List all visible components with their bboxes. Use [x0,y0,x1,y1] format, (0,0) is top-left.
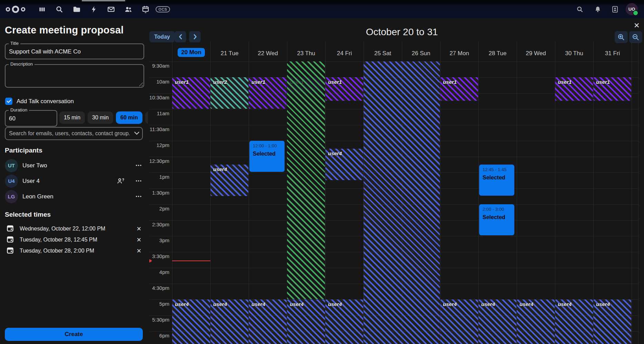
availability-block-user4: user4 [440,299,478,344]
availability-block-user1: user1 [555,77,593,101]
app-contacts-icon[interactable] [124,4,133,14]
availability-label: user4 [478,299,516,309]
participant-menu-button[interactable]: ••• [134,163,143,169]
remove-time-button[interactable]: ✕ [135,236,143,244]
app-calendar-icon[interactable] [141,4,150,14]
availability-block-user4: user4 [555,299,593,344]
status-online-badge [633,10,638,16]
app-files-icon[interactable] [72,4,81,14]
now-line [172,261,210,261]
duration-option-60min[interactable]: 60 min [116,111,142,124]
day-header-label: 21 Tue [221,50,239,57]
time-label: 12pm [148,142,169,148]
availability-label: user4 [593,299,631,309]
availability-block-user4: user4 [210,299,248,344]
nextcloud-logo-icon [5,5,26,14]
description-field: Description [5,64,144,88]
time-label: 9:30am [148,63,169,69]
title-field: Title [5,43,144,59]
availability-block-user4: user4 [325,299,363,344]
day-header-label: 23 Thu [297,50,315,57]
topbar: OCS UO [0,0,644,18]
availability-label: user4 [517,299,555,309]
calendar-icon [7,225,13,233]
selected-times-heading: Selected times [5,211,51,218]
selected-time-label: Wednesday, October 22, 12:00 PM [20,226,128,232]
app-search-icon[interactable] [55,4,64,14]
calendar-icon [7,247,13,255]
participant-menu-button[interactable]: ••• [134,194,143,200]
pending-attendee-icon: ? [117,178,124,184]
time-label: 3:30pm [148,253,169,259]
day-header-label: 25 Sat [374,50,391,57]
selected-slot[interactable]: 2:00 - 3:00Selected [479,204,514,235]
calendar-grid[interactable]: 20 Mon21 Tue22 Wed23 Thu24 Fri25 Sat26 S… [148,18,644,344]
duration-option-30min[interactable]: 30 min [88,111,113,124]
availability-label: user4 [325,149,363,158]
selected-time-label: Tuesday, October 28, 12:45 PM [20,237,128,243]
nextcloud-logo[interactable] [4,4,27,14]
app-ocs-icon[interactable]: OCS [156,4,170,14]
day-header-25-Sat: 25 Sat [364,41,402,61]
chevron-down-icon[interactable] [134,131,139,135]
talk-conversation-row: Add Talk conversation [5,98,74,105]
day-header-28-Tue: 28 Tue [478,41,517,61]
selected-slot[interactable]: 12:00 - 1:00Selected [249,141,285,172]
notifications-bell-icon[interactable] [593,4,602,14]
day-header-label: 31 Fri [605,50,620,57]
availability-label: user1 [249,77,287,87]
participant-name: Leon Green [22,193,130,200]
selected-slot-time: 12:00 - 1:00 [253,143,281,148]
time-label: 10:30am [148,95,169,100]
selected-slot[interactable]: 12:45 - 1:45Selected [479,165,514,196]
day-header-label: 29 Wed [526,50,546,57]
app-dashboard-icon[interactable] [38,4,47,14]
participant-name: User 4 [22,178,113,185]
app-mail-icon[interactable] [107,4,116,14]
availability-block-user4: user4 [172,299,210,344]
talk-checkbox[interactable] [5,98,12,105]
availability-label: user4 [325,299,363,309]
participant-search [5,127,143,140]
availability-label: user1 [172,77,210,87]
day-header-23-Thu: 23 Thu [287,41,325,61]
description-input[interactable] [6,65,143,87]
meeting-proposal-panel: Create meeting proposal Title Descriptio… [0,18,148,344]
app-activity-icon[interactable] [89,4,98,14]
time-label: 11:30am [148,126,169,132]
availability-block-user4: user4 [325,149,363,180]
time-label: 4pm [148,269,169,275]
availability-label: user4 [440,299,478,309]
availability-label: user4 [172,299,210,309]
svg-text:?: ? [122,178,124,182]
remove-time-button[interactable]: ✕ [135,225,143,233]
day-header-20-Mon: 20 Mon [172,41,210,61]
availability-label: user4 [287,299,325,309]
participant-search-input[interactable] [5,127,143,140]
participant-row: UTUser Two••• [5,158,143,173]
avatar: U4 [5,175,18,188]
duration-input[interactable] [6,111,57,126]
time-label: 11am [148,110,169,116]
duration-option-15min[interactable]: 15 min [59,111,85,124]
create-button[interactable]: Create [5,328,143,341]
contacts-menu-icon[interactable] [611,4,620,14]
time-label: 2pm [148,206,169,212]
remove-time-button[interactable]: ✕ [135,247,143,255]
day-header-22-Wed: 22 Wed [249,41,287,61]
day-header-21-Tue: 21 Tue [210,41,249,61]
availability-block-user1: user1 [440,77,478,101]
unified-search-icon[interactable] [575,4,584,14]
participant-menu-button[interactable]: ••• [134,178,143,184]
title-input[interactable] [6,44,143,59]
time-label: 2:30pm [148,222,169,227]
availability-block-user4: user4 [287,299,325,344]
availability-label: user1 [555,77,593,87]
availability-block-user4: user4 [593,299,631,344]
availability-block-user1: user1 [249,77,287,109]
selected-time-label: Tuesday, October 28, 2:00 PM [20,248,128,254]
selected-slot-label: Selected [483,175,511,181]
day-header-label: 27 Mon [449,50,469,57]
avatar[interactable]: UO [626,3,638,15]
avatar: UT [5,159,18,172]
